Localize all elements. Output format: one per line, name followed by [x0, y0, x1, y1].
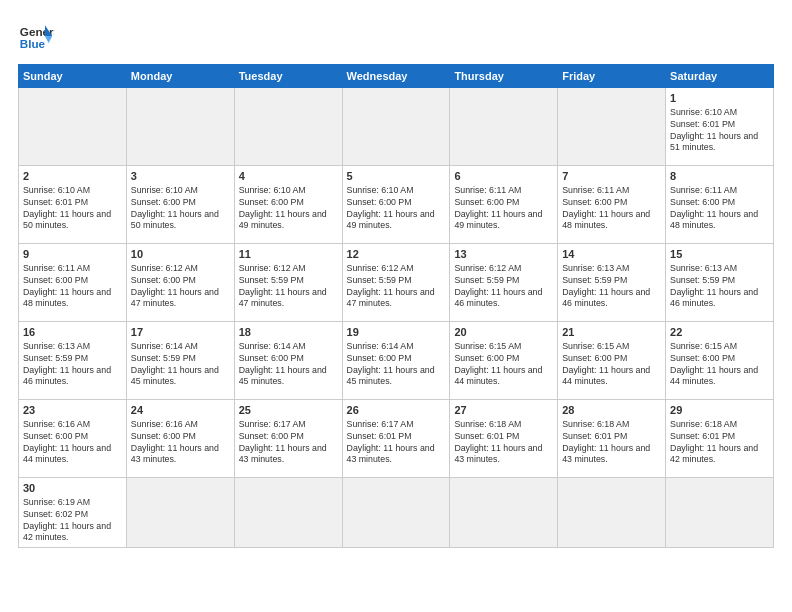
logo: General Blue: [18, 18, 54, 54]
day-info: Sunrise: 6:17 AMSunset: 6:00 PMDaylight:…: [239, 419, 338, 467]
calendar-cell: 11Sunrise: 6:12 AMSunset: 5:59 PMDayligh…: [234, 244, 342, 322]
day-number: 16: [23, 325, 122, 340]
calendar-cell: [19, 88, 127, 166]
day-info: Sunrise: 6:11 AMSunset: 6:00 PMDaylight:…: [23, 263, 122, 311]
calendar-cell: 28Sunrise: 6:18 AMSunset: 6:01 PMDayligh…: [558, 400, 666, 478]
day-number: 30: [23, 481, 122, 496]
day-number: 25: [239, 403, 338, 418]
day-number: 1: [670, 91, 769, 106]
calendar-cell: 12Sunrise: 6:12 AMSunset: 5:59 PMDayligh…: [342, 244, 450, 322]
calendar-cell: [234, 478, 342, 548]
day-number: 18: [239, 325, 338, 340]
day-number: 29: [670, 403, 769, 418]
col-header-sunday: Sunday: [19, 65, 127, 88]
day-info: Sunrise: 6:13 AMSunset: 5:59 PMDaylight:…: [670, 263, 769, 311]
day-info: Sunrise: 6:11 AMSunset: 6:00 PMDaylight:…: [670, 185, 769, 233]
calendar-cell: [234, 88, 342, 166]
day-number: 28: [562, 403, 661, 418]
day-info: Sunrise: 6:16 AMSunset: 6:00 PMDaylight:…: [131, 419, 230, 467]
calendar-cell: 1Sunrise: 6:10 AMSunset: 6:01 PMDaylight…: [666, 88, 774, 166]
calendar: SundayMondayTuesdayWednesdayThursdayFrid…: [18, 64, 774, 548]
day-number: 3: [131, 169, 230, 184]
day-info: Sunrise: 6:11 AMSunset: 6:00 PMDaylight:…: [562, 185, 661, 233]
calendar-cell: 15Sunrise: 6:13 AMSunset: 5:59 PMDayligh…: [666, 244, 774, 322]
day-number: 12: [347, 247, 446, 262]
col-header-tuesday: Tuesday: [234, 65, 342, 88]
day-info: Sunrise: 6:14 AMSunset: 6:00 PMDaylight:…: [239, 341, 338, 389]
calendar-cell: [126, 478, 234, 548]
svg-text:Blue: Blue: [20, 37, 46, 50]
day-number: 19: [347, 325, 446, 340]
calendar-cell: 27Sunrise: 6:18 AMSunset: 6:01 PMDayligh…: [450, 400, 558, 478]
calendar-cell: [666, 478, 774, 548]
col-header-saturday: Saturday: [666, 65, 774, 88]
day-info: Sunrise: 6:19 AMSunset: 6:02 PMDaylight:…: [23, 497, 122, 545]
day-info: Sunrise: 6:13 AMSunset: 5:59 PMDaylight:…: [23, 341, 122, 389]
day-number: 5: [347, 169, 446, 184]
day-info: Sunrise: 6:18 AMSunset: 6:01 PMDaylight:…: [670, 419, 769, 467]
calendar-cell: 2Sunrise: 6:10 AMSunset: 6:01 PMDaylight…: [19, 166, 127, 244]
calendar-cell: 17Sunrise: 6:14 AMSunset: 5:59 PMDayligh…: [126, 322, 234, 400]
day-info: Sunrise: 6:12 AMSunset: 5:59 PMDaylight:…: [347, 263, 446, 311]
day-number: 22: [670, 325, 769, 340]
day-number: 27: [454, 403, 553, 418]
calendar-cell: 29Sunrise: 6:18 AMSunset: 6:01 PMDayligh…: [666, 400, 774, 478]
day-info: Sunrise: 6:12 AMSunset: 5:59 PMDaylight:…: [239, 263, 338, 311]
day-info: Sunrise: 6:14 AMSunset: 5:59 PMDaylight:…: [131, 341, 230, 389]
day-info: Sunrise: 6:10 AMSunset: 6:00 PMDaylight:…: [239, 185, 338, 233]
calendar-cell: [450, 478, 558, 548]
calendar-cell: 14Sunrise: 6:13 AMSunset: 5:59 PMDayligh…: [558, 244, 666, 322]
day-info: Sunrise: 6:10 AMSunset: 6:00 PMDaylight:…: [131, 185, 230, 233]
day-number: 21: [562, 325, 661, 340]
day-info: Sunrise: 6:10 AMSunset: 6:00 PMDaylight:…: [347, 185, 446, 233]
calendar-cell: 23Sunrise: 6:16 AMSunset: 6:00 PMDayligh…: [19, 400, 127, 478]
day-info: Sunrise: 6:11 AMSunset: 6:00 PMDaylight:…: [454, 185, 553, 233]
day-info: Sunrise: 6:16 AMSunset: 6:00 PMDaylight:…: [23, 419, 122, 467]
day-info: Sunrise: 6:15 AMSunset: 6:00 PMDaylight:…: [670, 341, 769, 389]
calendar-cell: 7Sunrise: 6:11 AMSunset: 6:00 PMDaylight…: [558, 166, 666, 244]
col-header-wednesday: Wednesday: [342, 65, 450, 88]
calendar-cell: [450, 88, 558, 166]
logo-icon: General Blue: [18, 18, 54, 54]
day-info: Sunrise: 6:12 AMSunset: 5:59 PMDaylight:…: [454, 263, 553, 311]
day-number: 14: [562, 247, 661, 262]
calendar-cell: 10Sunrise: 6:12 AMSunset: 6:00 PMDayligh…: [126, 244, 234, 322]
calendar-cell: 25Sunrise: 6:17 AMSunset: 6:00 PMDayligh…: [234, 400, 342, 478]
day-number: 10: [131, 247, 230, 262]
calendar-cell: [342, 88, 450, 166]
day-number: 23: [23, 403, 122, 418]
calendar-cell: 9Sunrise: 6:11 AMSunset: 6:00 PMDaylight…: [19, 244, 127, 322]
col-header-monday: Monday: [126, 65, 234, 88]
day-info: Sunrise: 6:12 AMSunset: 6:00 PMDaylight:…: [131, 263, 230, 311]
calendar-cell: 20Sunrise: 6:15 AMSunset: 6:00 PMDayligh…: [450, 322, 558, 400]
calendar-cell: [558, 478, 666, 548]
day-info: Sunrise: 6:15 AMSunset: 6:00 PMDaylight:…: [454, 341, 553, 389]
calendar-cell: 30Sunrise: 6:19 AMSunset: 6:02 PMDayligh…: [19, 478, 127, 548]
calendar-cell: 3Sunrise: 6:10 AMSunset: 6:00 PMDaylight…: [126, 166, 234, 244]
day-info: Sunrise: 6:18 AMSunset: 6:01 PMDaylight:…: [454, 419, 553, 467]
header: General Blue: [18, 18, 774, 54]
calendar-cell: 22Sunrise: 6:15 AMSunset: 6:00 PMDayligh…: [666, 322, 774, 400]
day-info: Sunrise: 6:18 AMSunset: 6:01 PMDaylight:…: [562, 419, 661, 467]
day-number: 7: [562, 169, 661, 184]
calendar-cell: [558, 88, 666, 166]
day-number: 2: [23, 169, 122, 184]
day-info: Sunrise: 6:10 AMSunset: 6:01 PMDaylight:…: [23, 185, 122, 233]
calendar-cell: 6Sunrise: 6:11 AMSunset: 6:00 PMDaylight…: [450, 166, 558, 244]
calendar-cell: [342, 478, 450, 548]
day-number: 4: [239, 169, 338, 184]
day-info: Sunrise: 6:10 AMSunset: 6:01 PMDaylight:…: [670, 107, 769, 155]
calendar-cell: 16Sunrise: 6:13 AMSunset: 5:59 PMDayligh…: [19, 322, 127, 400]
svg-marker-3: [45, 36, 52, 43]
calendar-cell: 5Sunrise: 6:10 AMSunset: 6:00 PMDaylight…: [342, 166, 450, 244]
day-info: Sunrise: 6:15 AMSunset: 6:00 PMDaylight:…: [562, 341, 661, 389]
calendar-cell: 13Sunrise: 6:12 AMSunset: 5:59 PMDayligh…: [450, 244, 558, 322]
day-number: 9: [23, 247, 122, 262]
day-number: 13: [454, 247, 553, 262]
calendar-cell: 21Sunrise: 6:15 AMSunset: 6:00 PMDayligh…: [558, 322, 666, 400]
calendar-header-row: SundayMondayTuesdayWednesdayThursdayFrid…: [19, 65, 774, 88]
day-info: Sunrise: 6:13 AMSunset: 5:59 PMDaylight:…: [562, 263, 661, 311]
calendar-cell: 18Sunrise: 6:14 AMSunset: 6:00 PMDayligh…: [234, 322, 342, 400]
calendar-cell: 26Sunrise: 6:17 AMSunset: 6:01 PMDayligh…: [342, 400, 450, 478]
day-number: 8: [670, 169, 769, 184]
